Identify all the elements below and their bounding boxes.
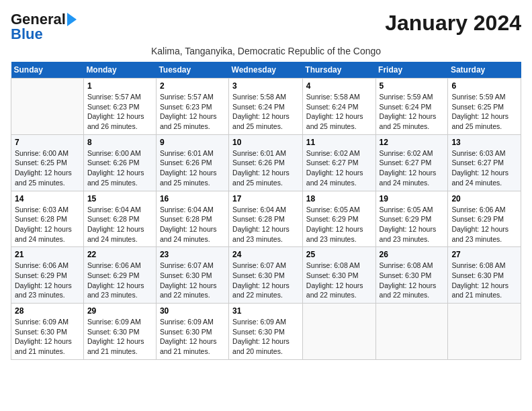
- day-info: Sunrise: 6:08 AMSunset: 6:30 PMDaylight:…: [380, 261, 445, 300]
- col-header-wednesday: Wednesday: [229, 62, 303, 79]
- calendar-cell: 13Sunrise: 6:03 AMSunset: 6:27 PMDayligh…: [448, 134, 521, 191]
- day-number: 24: [232, 250, 299, 259]
- day-number: 6: [451, 81, 517, 91]
- day-number: 12: [380, 138, 445, 147]
- calendar-cell: 28Sunrise: 6:09 AMSunset: 6:30 PMDayligh…: [11, 304, 84, 360]
- calendar-table: SundayMondayTuesdayWednesdayThursdayFrid…: [11, 62, 521, 360]
- day-info: Sunrise: 5:57 AMSunset: 6:23 PMDaylight:…: [160, 92, 225, 132]
- day-number: 11: [306, 138, 372, 147]
- day-info: Sunrise: 6:05 AMSunset: 6:29 PMDaylight:…: [306, 205, 372, 244]
- day-info: Sunrise: 6:01 AMSunset: 6:26 PMDaylight:…: [232, 148, 299, 188]
- day-number: 23: [160, 250, 225, 259]
- day-number: 29: [87, 306, 152, 316]
- day-info: Sunrise: 6:06 AMSunset: 6:29 PMDaylight:…: [451, 205, 517, 244]
- day-info: Sunrise: 6:03 AMSunset: 6:27 PMDaylight:…: [451, 148, 517, 188]
- day-info: Sunrise: 5:57 AMSunset: 6:23 PMDaylight:…: [87, 92, 152, 132]
- calendar-cell: 8Sunrise: 6:00 AMSunset: 6:26 PMDaylight…: [83, 134, 156, 191]
- day-info: Sunrise: 6:09 AMSunset: 6:30 PMDaylight:…: [15, 317, 80, 357]
- day-info: Sunrise: 6:00 AMSunset: 6:26 PMDaylight:…: [87, 148, 152, 188]
- calendar-cell: 11Sunrise: 6:02 AMSunset: 6:27 PMDayligh…: [302, 134, 375, 191]
- logo-text-blue: Blue: [11, 26, 43, 43]
- day-info: Sunrise: 6:04 AMSunset: 6:28 PMDaylight:…: [232, 205, 299, 244]
- calendar-cell: 18Sunrise: 6:05 AMSunset: 6:29 PMDayligh…: [302, 191, 375, 247]
- day-number: 7: [15, 138, 80, 147]
- location-subtitle: Kalima, Tanganyika, Democratic Republic …: [11, 46, 521, 56]
- logo-arrow-icon: [67, 13, 77, 26]
- day-info: Sunrise: 6:04 AMSunset: 6:28 PMDaylight:…: [160, 205, 225, 244]
- day-number: 21: [15, 250, 80, 259]
- day-info: Sunrise: 5:59 AMSunset: 6:24 PMDaylight:…: [380, 92, 445, 132]
- day-info: Sunrise: 5:58 AMSunset: 6:24 PMDaylight:…: [232, 92, 299, 132]
- calendar-cell: 7Sunrise: 6:00 AMSunset: 6:25 PMDaylight…: [11, 134, 84, 191]
- calendar-cell: 19Sunrise: 6:05 AMSunset: 6:29 PMDayligh…: [375, 191, 448, 247]
- calendar-cell: 20Sunrise: 6:06 AMSunset: 6:29 PMDayligh…: [448, 191, 521, 247]
- day-info: Sunrise: 6:09 AMSunset: 6:30 PMDaylight:…: [87, 317, 152, 357]
- day-info: Sunrise: 6:01 AMSunset: 6:26 PMDaylight:…: [160, 148, 225, 188]
- day-info: Sunrise: 6:07 AMSunset: 6:30 PMDaylight:…: [160, 261, 225, 300]
- calendar-week-3: 14Sunrise: 6:03 AMSunset: 6:28 PMDayligh…: [11, 191, 521, 247]
- col-header-monday: Monday: [83, 62, 156, 79]
- day-info: Sunrise: 6:06 AMSunset: 6:29 PMDaylight:…: [87, 261, 152, 300]
- logo: General Blue: [11, 11, 77, 43]
- day-number: 28: [15, 306, 80, 316]
- calendar-cell: 30Sunrise: 6:09 AMSunset: 6:30 PMDayligh…: [156, 304, 228, 360]
- calendar-cell: 25Sunrise: 6:08 AMSunset: 6:30 PMDayligh…: [302, 247, 375, 304]
- calendar-cell: 16Sunrise: 6:04 AMSunset: 6:28 PMDayligh…: [156, 191, 228, 247]
- col-header-tuesday: Tuesday: [156, 62, 228, 79]
- day-number: 10: [232, 138, 299, 147]
- day-info: Sunrise: 6:07 AMSunset: 6:30 PMDaylight:…: [232, 261, 299, 300]
- day-info: Sunrise: 6:02 AMSunset: 6:27 PMDaylight:…: [306, 148, 372, 188]
- month-title: January 2024: [385, 11, 521, 36]
- day-number: 15: [87, 194, 152, 203]
- calendar-cell: 6Sunrise: 5:59 AMSunset: 6:25 PMDaylight…: [448, 79, 521, 135]
- day-number: 19: [380, 194, 445, 203]
- calendar-cell: 23Sunrise: 6:07 AMSunset: 6:30 PMDayligh…: [156, 247, 228, 304]
- day-number: 2: [160, 81, 225, 91]
- day-number: 1: [87, 81, 152, 91]
- day-number: 17: [232, 194, 299, 203]
- calendar-cell: 29Sunrise: 6:09 AMSunset: 6:30 PMDayligh…: [83, 304, 156, 360]
- day-number: 26: [380, 250, 445, 259]
- col-header-sunday: Sunday: [11, 62, 84, 79]
- calendar-cell: 9Sunrise: 6:01 AMSunset: 6:26 PMDaylight…: [156, 134, 228, 191]
- page-header: General Blue January 2024: [11, 11, 521, 43]
- calendar-cell: 31Sunrise: 6:09 AMSunset: 6:30 PMDayligh…: [229, 304, 303, 360]
- day-info: Sunrise: 6:09 AMSunset: 6:30 PMDaylight:…: [232, 317, 299, 357]
- header-row: SundayMondayTuesdayWednesdayThursdayFrid…: [11, 62, 521, 79]
- calendar-cell: 24Sunrise: 6:07 AMSunset: 6:30 PMDayligh…: [229, 247, 303, 304]
- day-number: 3: [232, 81, 299, 91]
- day-info: Sunrise: 6:09 AMSunset: 6:30 PMDaylight:…: [160, 317, 225, 357]
- day-number: 25: [306, 250, 372, 259]
- day-number: 18: [306, 194, 372, 203]
- day-number: 13: [451, 138, 517, 147]
- day-number: 14: [15, 194, 80, 203]
- calendar-cell: 4Sunrise: 5:58 AMSunset: 6:24 PMDaylight…: [302, 79, 375, 135]
- calendar-cell: [375, 304, 448, 360]
- calendar-cell: 2Sunrise: 5:57 AMSunset: 6:23 PMDaylight…: [156, 79, 228, 135]
- calendar-cell: 17Sunrise: 6:04 AMSunset: 6:28 PMDayligh…: [229, 191, 303, 247]
- day-number: 22: [87, 250, 152, 259]
- day-info: Sunrise: 6:00 AMSunset: 6:25 PMDaylight:…: [15, 148, 80, 188]
- calendar-cell: [302, 304, 375, 360]
- title-block: January 2024: [385, 11, 521, 36]
- day-info: Sunrise: 6:02 AMSunset: 6:27 PMDaylight:…: [380, 148, 445, 188]
- day-info: Sunrise: 6:04 AMSunset: 6:28 PMDaylight:…: [87, 205, 152, 244]
- day-number: 30: [160, 306, 225, 316]
- col-header-thursday: Thursday: [302, 62, 375, 79]
- calendar-cell: 22Sunrise: 6:06 AMSunset: 6:29 PMDayligh…: [83, 247, 156, 304]
- day-number: 16: [160, 194, 225, 203]
- calendar-cell: 1Sunrise: 5:57 AMSunset: 6:23 PMDaylight…: [83, 79, 156, 135]
- day-number: 9: [160, 138, 225, 147]
- calendar-cell: [448, 304, 521, 360]
- day-number: 8: [87, 138, 152, 147]
- col-header-saturday: Saturday: [448, 62, 521, 79]
- calendar-week-5: 28Sunrise: 6:09 AMSunset: 6:30 PMDayligh…: [11, 304, 521, 360]
- calendar-cell: 10Sunrise: 6:01 AMSunset: 6:26 PMDayligh…: [229, 134, 303, 191]
- calendar-cell: 15Sunrise: 6:04 AMSunset: 6:28 PMDayligh…: [83, 191, 156, 247]
- calendar-cell: 12Sunrise: 6:02 AMSunset: 6:27 PMDayligh…: [375, 134, 448, 191]
- calendar-cell: 3Sunrise: 5:58 AMSunset: 6:24 PMDaylight…: [229, 79, 303, 135]
- day-info: Sunrise: 6:08 AMSunset: 6:30 PMDaylight:…: [306, 261, 372, 300]
- calendar-cell: 21Sunrise: 6:06 AMSunset: 6:29 PMDayligh…: [11, 247, 84, 304]
- day-number: 4: [306, 81, 372, 91]
- calendar-week-2: 7Sunrise: 6:00 AMSunset: 6:25 PMDaylight…: [11, 134, 521, 191]
